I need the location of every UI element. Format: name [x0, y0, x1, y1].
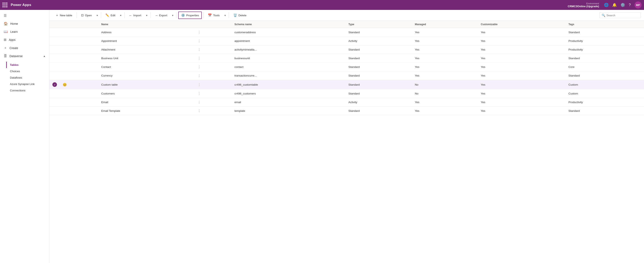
row-check-cell[interactable]: [50, 37, 60, 46]
toolbar-separator-2: [101, 12, 101, 18]
sidebar-item-create[interactable]: ＋ Create: [0, 44, 49, 52]
more-actions-icon[interactable]: ⋮: [198, 30, 201, 34]
table-row[interactable]: Contact ⋮ contact Standard Yes Yes Core: [50, 63, 644, 71]
more-actions-icon[interactable]: ⋮: [198, 39, 201, 43]
row-check-cell[interactable]: [50, 63, 60, 71]
table-row[interactable]: Attachment ⋮ activitymimeatta... Standar…: [50, 46, 644, 54]
settings-icon[interactable]: ⚙️: [620, 3, 625, 7]
tools-dropdown-button[interactable]: ▾: [223, 12, 227, 18]
row-check-cell[interactable]: [50, 107, 60, 115]
sidebar-home-label: Home: [10, 22, 18, 25]
row-name-cell[interactable]: Contact: [98, 63, 195, 71]
more-actions-icon[interactable]: ⋮: [198, 83, 201, 86]
search-input[interactable]: [606, 14, 638, 17]
topbar: Power Apps Environment CRMC3Online (Upgr…: [0, 0, 644, 10]
app-launcher-button[interactable]: [2, 2, 8, 8]
table-row[interactable]: Email Template ⋮ template Standard Yes Y…: [50, 107, 644, 115]
export-button[interactable]: → Export: [152, 12, 170, 19]
row-name-cell[interactable]: Appointment: [98, 37, 195, 46]
col-name[interactable]: Name: [98, 21, 195, 28]
more-actions-icon[interactable]: ⋮: [198, 65, 201, 69]
sidebar-item-dataflows[interactable]: Dataflows: [6, 74, 49, 81]
sidebar: ☰ 🏠 Home 📖 Learn ⊞ Apps ＋ Create 🗄: [0, 10, 50, 263]
row-type-cell: Activity: [346, 98, 412, 107]
row-check-cell[interactable]: [50, 89, 60, 98]
sidebar-item-choices[interactable]: Choices: [6, 68, 49, 74]
row-check-cell[interactable]: ✓: [50, 80, 60, 89]
row-name-cell[interactable]: Currency: [98, 71, 195, 80]
more-actions-icon[interactable]: ⋮: [198, 74, 201, 77]
more-actions-icon[interactable]: ⋮: [198, 100, 201, 104]
row-more-actions[interactable]: ⋮: [195, 63, 232, 71]
row-more-actions[interactable]: ⋮: [195, 71, 232, 80]
sidebar-item-apps[interactable]: ⊞ Apps: [0, 36, 49, 44]
row-check-cell[interactable]: [50, 54, 60, 63]
table-row[interactable]: ✓ 😊 Custom table ⋮ cr496_customtable Sta…: [50, 80, 644, 89]
sidebar-item-home[interactable]: 🏠 Home: [0, 20, 49, 28]
delete-button[interactable]: 🗑️ Delete: [230, 12, 249, 19]
col-schema[interactable]: Schema name: [232, 21, 346, 28]
col-managed[interactable]: Managed: [412, 21, 478, 28]
col-type[interactable]: Type: [346, 21, 412, 28]
import-button[interactable]: ← Import: [126, 12, 144, 19]
row-check-cell[interactable]: [50, 28, 60, 37]
open-button[interactable]: ⊡ Open: [78, 12, 94, 19]
row-name-cell[interactable]: Email Template: [98, 107, 195, 115]
row-more-actions[interactable]: ⋮: [195, 89, 232, 98]
more-actions-icon[interactable]: ⋮: [198, 56, 201, 60]
row-customizable-cell: Yes: [478, 107, 566, 115]
tools-button[interactable]: 📅 Tools: [205, 12, 222, 19]
row-check-cell[interactable]: [50, 71, 60, 80]
more-actions-icon[interactable]: ⋮: [198, 48, 201, 51]
row-more-actions[interactable]: ⋮: [195, 98, 232, 107]
row-check-cell[interactable]: [50, 98, 60, 107]
table-row[interactable]: Appointment ⋮ appointment Activity Yes Y…: [50, 37, 644, 46]
open-dropdown-button[interactable]: ▾: [95, 12, 99, 18]
sidebar-item-azure-synapse[interactable]: Azure Synapse Link: [6, 81, 49, 87]
row-name-cell[interactable]: Email: [98, 98, 195, 107]
row-name-cell[interactable]: Attachment: [98, 46, 195, 54]
new-table-button[interactable]: ＋ New table: [53, 12, 75, 19]
avatar[interactable]: MP: [634, 2, 642, 8]
edit-button[interactable]: ✏️ Edit: [103, 12, 118, 19]
create-icon: ＋: [4, 46, 7, 50]
col-customizable[interactable]: Customizable: [478, 21, 566, 28]
row-check-cell[interactable]: [50, 46, 60, 54]
chevron-down-icon: ▾: [96, 14, 98, 17]
more-actions-icon[interactable]: ⋮: [198, 92, 201, 95]
sidebar-hamburger[interactable]: ☰: [0, 12, 49, 20]
row-more-actions[interactable]: ⋮: [195, 80, 232, 89]
sidebar-item-tables[interactable]: Tables: [6, 62, 49, 68]
table-row[interactable]: Address ⋮ customeraddress Standard Yes Y…: [50, 28, 644, 37]
row-more-actions[interactable]: ⋮: [195, 54, 232, 63]
row-more-actions[interactable]: ⋮: [195, 46, 232, 54]
row-more-actions[interactable]: ⋮: [195, 107, 232, 115]
sidebar-item-dataverse[interactable]: 🗄 Dataverse ▲: [0, 52, 49, 60]
export-dropdown-button[interactable]: ▾: [171, 12, 175, 18]
help-icon[interactable]: ?: [629, 3, 631, 7]
globe-icon[interactable]: 🌐: [604, 3, 608, 7]
row-name-cell[interactable]: Business Unit: [98, 54, 195, 63]
more-actions-icon[interactable]: ⋮: [198, 109, 201, 113]
notifications-icon[interactable]: 🔔: [612, 3, 617, 7]
row-type-cell: Standard: [346, 46, 412, 54]
table-row[interactable]: Business Unit ⋮ businessunit Standard Ye…: [50, 54, 644, 63]
open-label: Open: [85, 14, 92, 17]
row-name-cell[interactable]: Customers: [98, 89, 195, 98]
row-more-actions[interactable]: ⋮: [195, 28, 232, 37]
col-tags[interactable]: Tags: [566, 21, 644, 28]
row-more-actions[interactable]: ⋮: [195, 37, 232, 46]
import-dropdown-button[interactable]: ▾: [145, 12, 149, 18]
row-name-cell[interactable]: Address: [98, 28, 195, 37]
sidebar-item-connections[interactable]: Connections: [6, 87, 49, 94]
row-tags-cell: Custom: [566, 80, 644, 89]
row-tags-cell: Standard: [566, 54, 644, 63]
table-row[interactable]: Email ⋮ email Activity Yes Yes Productiv…: [50, 98, 644, 107]
row-name-cell[interactable]: Custom table: [98, 80, 195, 89]
row-managed-cell: Yes: [412, 37, 478, 46]
properties-button[interactable]: ⚙️ Properties: [178, 12, 202, 19]
table-row[interactable]: Customers ⋮ cr496_customers Standard No …: [50, 89, 644, 98]
table-row[interactable]: Currency ⋮ transactioncurre... Standard …: [50, 71, 644, 80]
edit-dropdown-button[interactable]: ▾: [119, 12, 123, 18]
sidebar-item-learn[interactable]: 📖 Learn: [0, 28, 49, 36]
